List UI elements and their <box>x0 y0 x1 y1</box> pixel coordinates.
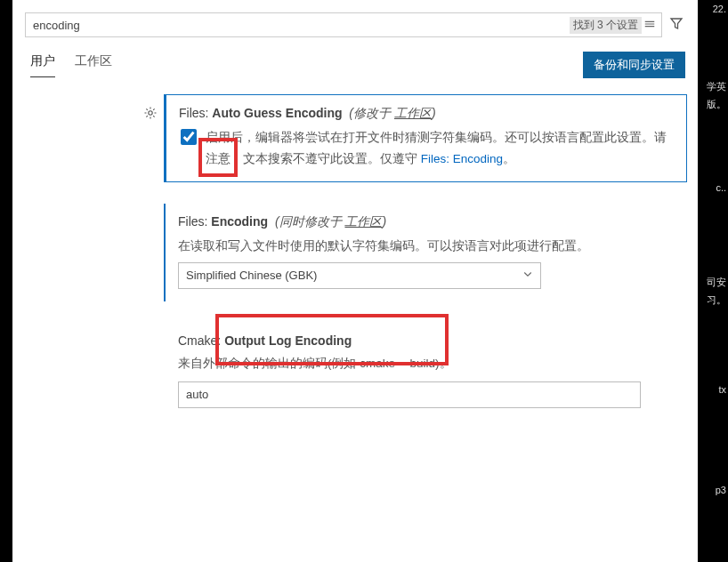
gear-icon <box>143 106 158 120</box>
desc-suffix: 。 <box>503 152 515 165</box>
search-row: 找到 3 个设置 <box>12 0 698 37</box>
filter-icons <box>667 14 685 36</box>
settings-pane: 找到 3 个设置 用户 工作区 备份和同步设置 Files: Auto Gues… <box>12 0 698 562</box>
settings-search-box[interactable]: 找到 3 个设置 <box>25 12 662 37</box>
svg-point-0 <box>149 111 152 115</box>
setting-actions-button[interactable] <box>143 106 158 124</box>
setting-title: Files: Encoding (同时修改于 工作区) <box>178 214 673 230</box>
setting-title: Files: Auto Guess Encoding (修改于 工作区) <box>179 106 672 122</box>
modified-prefix: (同时修改于 <box>275 214 345 229</box>
setting-files-encoding: Files: Encoding (同时修改于 工作区) 在读取和写入文件时使用的… <box>164 204 687 301</box>
settings-search-input[interactable] <box>33 19 564 32</box>
title-name: Output Log Encoding <box>224 333 352 348</box>
title-name: Encoding <box>211 214 268 229</box>
modified-scope-link[interactable]: 工作区 <box>344 214 382 229</box>
encoding-select[interactable]: Simplified Chinese (GBK) <box>178 262 541 289</box>
modified-suffix: ) <box>432 106 436 120</box>
title-name: Auto Guess Encoding <box>212 106 342 120</box>
title-prefix: Files: <box>179 106 212 120</box>
filter-funnel-button[interactable] <box>667 14 685 36</box>
tab-row: 用户 工作区 备份和同步设置 <box>12 37 698 78</box>
setting-description: 在读取和写入文件时使用的默认字符集编码。可以按语言对此项进行配置。 <box>178 236 673 257</box>
modified-prefix: (修改于 <box>349 106 394 120</box>
modified-indicator <box>164 204 166 301</box>
setting-auto-guess-encoding: Files: Auto Guess Encoding (修改于 工作区) 启用后… <box>164 94 687 182</box>
title-prefix: Files: <box>178 214 211 229</box>
tab-user[interactable]: 用户 <box>30 53 55 77</box>
modified-scope-link[interactable]: 工作区 <box>394 106 432 120</box>
checkbox-row: 启用后，编辑器将尝试在打开文件时猜测字符集编码。还可以按语言配置此设置。请注意，… <box>179 127 672 169</box>
modified-suffix: ) <box>382 214 386 229</box>
tab-workspace[interactable]: 工作区 <box>75 53 112 76</box>
clear-search-button[interactable] <box>642 18 658 33</box>
sync-settings-button[interactable]: 备份和同步设置 <box>583 52 685 78</box>
hamburger-equals-icon <box>643 18 656 30</box>
funnel-icon <box>669 16 684 30</box>
encoding-select-value: Simplified Chinese (GBK) <box>186 269 317 282</box>
files-encoding-link[interactable]: Files: Encoding <box>421 152 503 165</box>
cmake-encoding-input[interactable] <box>178 381 641 408</box>
auto-guess-encoding-checkbox[interactable] <box>181 129 197 145</box>
settings-content: Files: Auto Guess Encoding (修改于 工作区) 启用后… <box>12 94 698 421</box>
setting-cmake-output-log-encoding: Cmake: Output Log Encoding 来自外部命令的输出的编码(… <box>164 323 687 421</box>
setting-title: Cmake: Output Log Encoding <box>178 333 673 348</box>
setting-description: 来自外部命令的输出的编码(例如 cmake -- build)。 <box>178 353 673 374</box>
modified-indicator <box>165 95 166 181</box>
title-prefix: Cmake: <box>178 333 224 348</box>
chevron-down-icon <box>522 269 533 282</box>
setting-description: 启用后，编辑器将尝试在打开文件时猜测字符集编码。还可以按语言配置此设置。请注意，… <box>206 127 672 169</box>
found-count-badge: 找到 3 个设置 <box>570 17 642 34</box>
